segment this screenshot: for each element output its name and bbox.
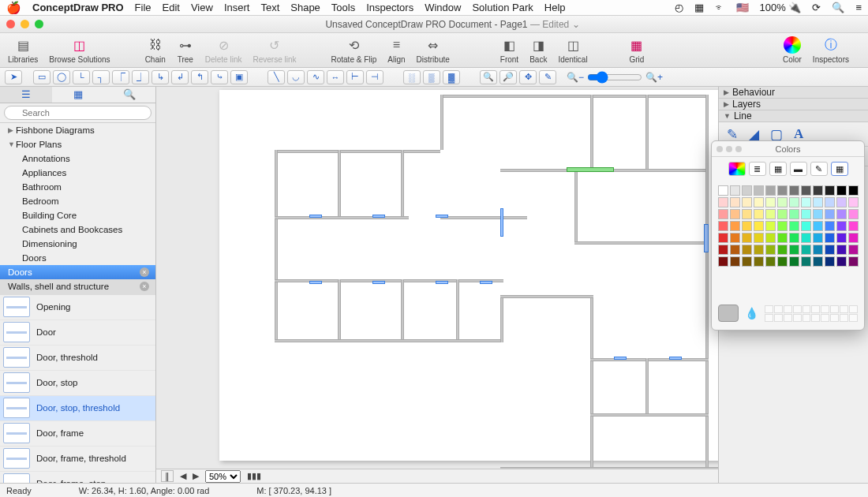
color-swatch[interactable] bbox=[848, 245, 859, 255]
menu-solutionpark[interactable]: Solution Park bbox=[472, 2, 533, 13]
shape-item[interactable]: Opening bbox=[0, 295, 155, 320]
shape-item[interactable]: Door, stop, threshold bbox=[0, 396, 155, 421]
curve-tool[interactable]: ∿ bbox=[307, 70, 324, 84]
conn8-tool[interactable]: ⤷ bbox=[211, 70, 228, 84]
color-swatch[interactable] bbox=[848, 209, 859, 219]
sidebar-item[interactable]: Dimensioning bbox=[0, 237, 155, 251]
color-sliders-tab[interactable]: ≣ bbox=[749, 162, 766, 176]
conn7-tool[interactable]: ↰ bbox=[191, 70, 208, 84]
door[interactable] bbox=[436, 281, 448, 284]
color-swatch[interactable] bbox=[730, 233, 740, 243]
color-swatch[interactable] bbox=[730, 221, 740, 231]
color-swatch[interactable] bbox=[825, 256, 835, 267]
color-swatch[interactable] bbox=[813, 197, 823, 207]
color-button[interactable]: Color bbox=[783, 36, 802, 64]
menu-inspectors[interactable]: Inspectors bbox=[366, 2, 413, 13]
color-swatch[interactable] bbox=[825, 245, 835, 255]
identical-button[interactable]: ◫Identical bbox=[558, 36, 587, 64]
close-icon[interactable]: × bbox=[140, 282, 149, 291]
sidebar-item[interactable]: Doors bbox=[0, 251, 155, 265]
color-swatch[interactable] bbox=[742, 256, 752, 267]
page-nav-next-icon[interactable]: ▶ bbox=[193, 471, 199, 481]
mini-swatch[interactable] bbox=[811, 305, 820, 313]
page-thumbs-icon[interactable]: ▮▮▮ bbox=[247, 471, 261, 481]
mini-swatch[interactable] bbox=[830, 314, 839, 322]
color-swatch[interactable] bbox=[789, 185, 799, 196]
color-swatches-tab[interactable]: ▦ bbox=[831, 162, 848, 176]
color-swatch[interactable] bbox=[742, 209, 752, 219]
color-swatch[interactable] bbox=[789, 233, 799, 243]
door[interactable] bbox=[309, 215, 322, 218]
color-swatch[interactable] bbox=[813, 221, 823, 231]
color-swatch[interactable] bbox=[801, 256, 811, 267]
menu-edit[interactable]: Edit bbox=[163, 2, 180, 13]
color-swatch[interactable] bbox=[777, 256, 788, 267]
menu-window[interactable]: Window bbox=[425, 2, 461, 13]
color-swatch[interactable] bbox=[754, 197, 764, 207]
title-chevron-icon[interactable]: ⌄ bbox=[572, 19, 580, 30]
shape-item[interactable]: Door bbox=[0, 320, 155, 346]
zoom-in-tool[interactable]: 🔍 bbox=[480, 70, 497, 84]
page-paper[interactable] bbox=[219, 90, 718, 461]
shape-item[interactable]: Door, stop bbox=[0, 371, 155, 396]
color-swatch[interactable] bbox=[801, 233, 811, 243]
text-icon[interactable]: A bbox=[794, 126, 803, 142]
menu-tools[interactable]: Tools bbox=[331, 2, 355, 13]
color-pencils-tab[interactable]: ✎ bbox=[810, 162, 828, 176]
sidebar-item[interactable]: Building Core bbox=[0, 208, 155, 222]
page-nav-first-icon[interactable]: ‖ bbox=[161, 470, 174, 482]
cat-floorplans[interactable]: ▼Floor Plans bbox=[0, 137, 155, 151]
mini-swatch[interactable] bbox=[840, 305, 848, 313]
mini-swatch[interactable] bbox=[849, 305, 858, 313]
pointer-tool[interactable]: ➤ bbox=[5, 70, 22, 84]
panel-line[interactable]: ▼Line bbox=[719, 110, 868, 122]
panel-layers[interactable]: ▶Layers bbox=[719, 99, 868, 110]
mini-swatch[interactable] bbox=[821, 305, 829, 313]
conn6-tool[interactable]: ↲ bbox=[171, 70, 189, 84]
color-swatch[interactable] bbox=[765, 209, 776, 219]
color-swatch[interactable] bbox=[848, 197, 859, 207]
sidebar-item[interactable]: Bedroom bbox=[0, 194, 155, 208]
color-swatch[interactable] bbox=[801, 245, 811, 255]
color-swatch[interactable] bbox=[730, 197, 740, 207]
rect-tool[interactable]: ▭ bbox=[33, 70, 51, 84]
shape-item[interactable]: Door, frame bbox=[0, 421, 155, 447]
shape-item[interactable]: Door, threshold bbox=[0, 346, 155, 371]
back-button[interactable]: ◨Back bbox=[529, 36, 547, 64]
hand-tool[interactable]: ✥ bbox=[519, 70, 537, 84]
mini-swatch[interactable] bbox=[784, 305, 792, 313]
pattern3-tool[interactable]: ▓ bbox=[443, 70, 460, 84]
menu-text[interactable]: Text bbox=[260, 2, 279, 13]
color-swatch[interactable] bbox=[754, 209, 764, 219]
color-swatch[interactable] bbox=[718, 245, 728, 255]
ellipse-tool[interactable]: ◯ bbox=[53, 70, 70, 84]
apple-menu[interactable]: 🍎 bbox=[6, 1, 21, 15]
conn2-tool[interactable]: ┐ bbox=[92, 70, 110, 84]
page-nav-prev-icon[interactable]: ◀ bbox=[180, 471, 186, 481]
color-swatch[interactable] bbox=[765, 221, 776, 231]
color-swatch[interactable] bbox=[848, 233, 859, 243]
color-swatch[interactable] bbox=[836, 245, 847, 255]
color-swatch[interactable] bbox=[777, 185, 788, 196]
color-swatch[interactable] bbox=[789, 245, 799, 255]
sidebar-item[interactable]: Annotations bbox=[0, 151, 155, 166]
door[interactable] bbox=[704, 224, 709, 252]
zoom-plus-icon[interactable]: 🔍+ bbox=[645, 72, 663, 83]
glass-door[interactable] bbox=[567, 167, 614, 172]
panel-behaviour[interactable]: ▶Behaviour bbox=[719, 87, 868, 99]
zoom-dot[interactable] bbox=[35, 20, 43, 28]
mini-swatch[interactable] bbox=[793, 314, 802, 322]
color-swatch[interactable] bbox=[801, 197, 811, 207]
grid-button[interactable]: ▦Grid bbox=[628, 36, 645, 64]
menu-help[interactable]: Help bbox=[544, 2, 566, 13]
color-swatch[interactable] bbox=[789, 209, 799, 219]
color-swatch[interactable] bbox=[730, 256, 740, 267]
mini-swatch[interactable] bbox=[830, 305, 839, 313]
shape-item[interactable]: Door, frame, threshold bbox=[0, 447, 155, 472]
color-swatch[interactable] bbox=[836, 197, 847, 207]
color-swatch[interactable] bbox=[789, 197, 799, 207]
zoom-select[interactable]: 50% bbox=[205, 470, 241, 483]
mini-swatch[interactable] bbox=[803, 314, 811, 322]
status-battery[interactable]: 100% 🔌 bbox=[760, 2, 802, 13]
color-swatch[interactable] bbox=[836, 185, 847, 196]
